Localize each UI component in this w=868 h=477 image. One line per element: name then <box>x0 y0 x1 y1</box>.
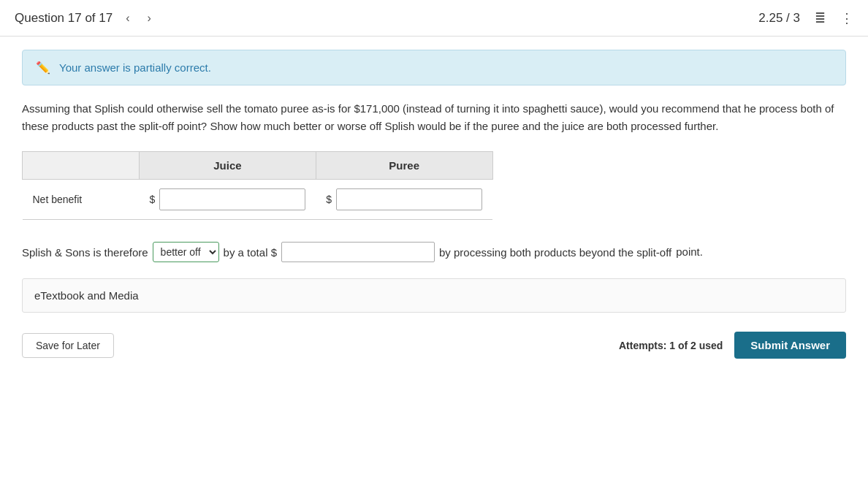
partial-correct-text: Your answer is partially correct. <box>59 61 211 74</box>
sentence-wrap: Splish & Sons is therefore better off wo… <box>22 242 671 262</box>
conclusion-sentence: Splish & Sons is therefore better off wo… <box>22 242 846 262</box>
juice-input-cell: $ <box>140 180 316 220</box>
prev-button[interactable]: ‹ <box>121 9 134 28</box>
question-text: Assuming that Splish could otherwise sel… <box>22 100 846 135</box>
question-progress: Question 17 of 17 <box>15 11 113 26</box>
table-empty-header <box>23 152 140 180</box>
footer: Save for Later Attempts: 1 of 2 used Sub… <box>22 324 846 359</box>
juice-net-benefit-input[interactable] <box>159 188 305 210</box>
sentence-prefix: Splish & Sons is therefore <box>22 243 148 262</box>
pencil-icon: ✏️ <box>36 61 50 75</box>
better-worse-dropdown[interactable]: better off worse off <box>153 242 219 262</box>
sentence-suffix: by processing both products beyond the s… <box>439 243 671 262</box>
puree-dollar-sign: $ <box>326 194 332 205</box>
more-options-icon[interactable]: ⋮ <box>840 10 853 26</box>
partial-correct-banner: ✏️ Your answer is partially correct. <box>22 50 846 85</box>
etextbook-label: eTextbook and Media <box>34 289 139 302</box>
table-row-net-benefit: Net benefit $ $ <box>23 180 493 220</box>
header: Question 17 of 17 ‹ › 2.25 / 3 ≣ ⋮ <box>0 0 868 37</box>
sentence-point: point. <box>676 242 703 262</box>
table-header-juice: Juice <box>140 152 316 180</box>
submit-answer-button[interactable]: Submit Answer <box>734 332 846 359</box>
puree-net-benefit-input[interactable] <box>336 188 482 210</box>
save-for-later-button[interactable]: Save for Later <box>22 333 114 358</box>
sentence-middle: by a total $ <box>224 243 277 262</box>
total-amount-input[interactable] <box>281 242 435 262</box>
answer-table: Juice Puree Net benefit $ $ <box>22 151 493 220</box>
next-button[interactable]: › <box>143 9 156 28</box>
header-right: 2.25 / 3 ≣ ⋮ <box>758 10 853 26</box>
attempts-label: Attempts: 1 of 2 used <box>619 340 723 351</box>
etextbook-section[interactable]: eTextbook and Media <box>22 278 846 313</box>
list-icon[interactable]: ≣ <box>815 10 826 26</box>
net-benefit-label: Net benefit <box>23 180 140 220</box>
score-display: 2.25 / 3 <box>758 11 800 26</box>
table-header-puree: Puree <box>316 152 492 180</box>
main-content: ✏️ Your answer is partially correct. Ass… <box>0 50 868 373</box>
juice-dollar-sign: $ <box>150 194 156 205</box>
header-left: Question 17 of 17 ‹ › <box>15 9 156 28</box>
footer-right: Attempts: 1 of 2 used Submit Answer <box>619 332 846 359</box>
puree-input-cell: $ <box>316 180 492 220</box>
